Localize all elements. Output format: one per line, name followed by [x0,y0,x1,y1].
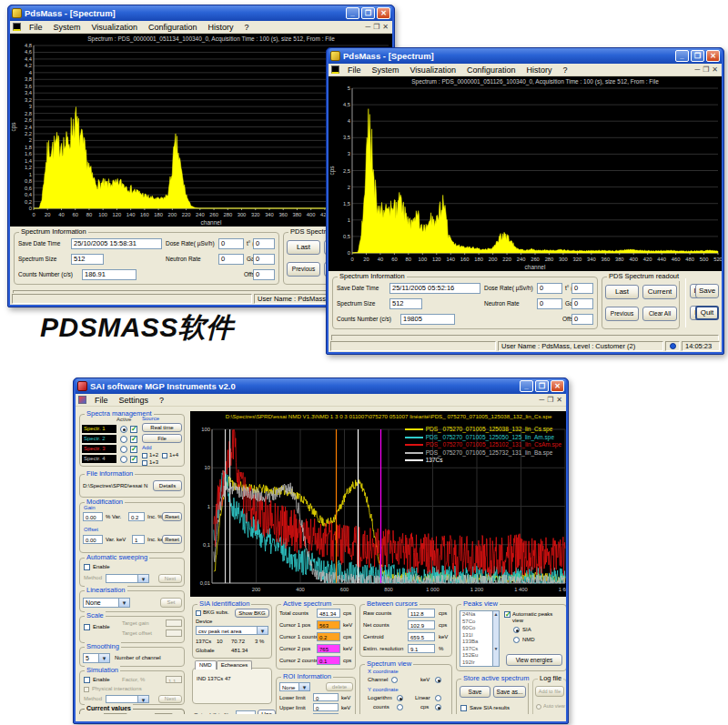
quit-button[interactable]: Quit [695,306,719,320]
menu-help[interactable]: ? [238,23,254,32]
bkg-subs-checkbox[interactable] [196,610,201,616]
add-1-2-checkbox[interactable] [142,453,147,458]
peak-item-selected[interactable]: 241Am [460,666,492,667]
app-menu-icon[interactable] [78,396,86,404]
kev-radio[interactable] [435,677,441,683]
previous-button[interactable]: Previous [287,262,320,277]
sai-spectrum-chart[interactable]: D:\Spectres\SPRD\essai NMD V1.3\NMD 1 3 … [190,411,566,597]
size-field[interactable]: 512 [71,254,104,265]
menu-settings[interactable]: Settings [114,396,155,405]
menu-system[interactable]: System [367,65,405,75]
lower-limit-field[interactable]: 0 [313,693,339,701]
peak-item[interactable]: 24Na [460,611,492,619]
cps-radio[interactable] [435,704,441,710]
tab-echeances[interactable]: Echeances [217,660,253,670]
legend-item[interactable]: PDS_ 075270_071005_125050_125_lin_Am.spe [405,434,561,442]
scale-enable-checkbox[interactable] [84,624,90,630]
real-time-button[interactable]: Real time [142,423,182,432]
dose-rate-field[interactable]: 0 [537,283,562,294]
gain-reset-button[interactable]: Reset [162,512,182,521]
last-button[interactable]: Last [605,285,639,299]
menu-help[interactable]: ? [557,65,572,75]
save-date-field[interactable]: 25/10/2005 15:58:31 [71,238,162,249]
details-button[interactable]: Details [153,480,182,491]
linear-radio[interactable] [435,695,441,701]
menu-file[interactable]: File [89,396,114,405]
peak-item[interactable]: 133Ba [460,639,492,646]
spectrum-3-active-radio[interactable] [120,446,127,453]
maximize-button[interactable]: ❐ [361,7,375,19]
sim-next-button[interactable]: Next [158,695,182,703]
peaks-scrollbar[interactable]: ▲▼ [492,611,499,666]
mdi-restore-icon[interactable]: ❐ [373,23,379,31]
temp-field[interactable]: 0 [253,238,275,249]
linearisation-set-button[interactable]: Set [160,598,182,608]
linearisation-dropdown[interactable]: None [83,598,130,608]
roi-delete-button[interactable]: delete [326,682,353,691]
sweeping-method-dropdown[interactable] [106,574,149,583]
gain-spinner[interactable]: 0.00 [83,512,103,521]
offset-reset-button[interactable]: Reset [162,535,182,544]
mdi-minimize-icon[interactable]: ─ [365,23,370,31]
close-button[interactable]: ✕ [377,7,390,19]
peaks-listbox[interactable]: 24Na 57Co 60Co 131I 133Ba 137Cs 152Eu 19… [460,610,500,667]
save-date-field[interactable]: 25/11/2005 05:52:16 [389,283,480,294]
titlebar[interactable]: SAI software MGP Instruments v2.0 _ ❐ ✕ [76,378,566,394]
legend-item[interactable]: PDS_ 075270_071005_125732_131_lin_Ba.spe [405,449,561,458]
legend-item[interactable]: PDS_ 075270_071005_125038_132_lin_Cs.spe [405,426,561,434]
save-button[interactable]: Save [695,284,719,298]
minimize-button[interactable]: _ [346,7,359,19]
minimize-button[interactable]: _ [675,50,689,62]
spectrum-3-visible-checkbox[interactable] [130,446,137,453]
roi-dropdown[interactable]: None [279,682,310,691]
save-as-button[interactable]: Save as... [493,686,526,698]
peak-item[interactable]: 192Ir [460,660,492,667]
peak-item[interactable]: 137Cs [460,646,492,653]
maximize-button[interactable]: ❐ [535,380,549,392]
current-button[interactable]: Current [642,285,677,299]
menu-visualization[interactable]: Visualization [86,23,143,32]
menu-history[interactable]: History [202,23,238,32]
mdi-close-icon[interactable]: ✕ [712,65,718,74]
sim-method-dropdown[interactable] [106,695,149,703]
minimize-button[interactable]: _ [520,380,533,392]
device-dropdown[interactable]: csv peak net area [196,626,268,635]
mdi-close-icon[interactable]: ✕ [556,396,562,404]
sia-radio[interactable] [513,627,520,633]
spectrum-4-visible-checkbox[interactable] [130,456,137,463]
sweeping-next-button[interactable]: Next [158,574,182,583]
mdi-restore-icon[interactable]: ❐ [547,396,553,404]
channel-radio[interactable] [391,677,398,683]
nmd-radio[interactable] [513,637,520,643]
menu-configuration[interactable]: Configuration [143,23,203,32]
offset-inc-field[interactable]: 1 [132,535,145,544]
menu-file[interactable]: File [24,23,48,32]
temp-field[interactable]: 0 [571,283,593,294]
counts-field[interactable]: 186.91 [82,269,136,280]
titlebar[interactable]: PdsMass - [Spectrum] _ ❐ ✕ [10,5,392,21]
auto-peaks-checkbox[interactable] [504,611,511,618]
menu-visualization[interactable]: Visualization [405,65,461,75]
tab-nmd[interactable]: NMD [195,660,217,670]
simulation-enable-checkbox[interactable] [84,677,90,683]
peak-item[interactable]: 131I [460,632,492,639]
offset-spinner[interactable]: 0.00 [83,535,103,544]
counts-field[interactable]: 19805 [400,314,455,325]
save-spectrum-button[interactable]: Save [460,686,490,698]
mdi-minimize-icon[interactable]: ─ [694,65,700,74]
close-button[interactable]: ✕ [706,50,720,62]
counts-radio[interactable] [397,704,403,710]
smoothing-dropdown[interactable]: 5 [83,653,110,663]
save-sia-checkbox[interactable] [460,705,467,711]
clear-all-button[interactable]: Clear All [642,307,677,321]
gain-inc-field[interactable]: 0.2 [128,512,145,521]
file-button[interactable]: File [142,434,182,443]
show-bkg-button[interactable]: Show BKG [235,609,269,618]
spectrum-1-active-radio[interactable] [120,426,127,433]
spectrum-4-active-radio[interactable] [120,456,127,463]
maximize-button[interactable]: ❐ [691,50,704,62]
size-field[interactable]: 512 [389,298,422,309]
spectrum-icon[interactable] [13,23,21,31]
previous-button[interactable]: Previous [605,307,639,321]
legend-item[interactable]: PDS_ 075270_071005_125102_131_lin_CsAm.s… [405,441,561,449]
